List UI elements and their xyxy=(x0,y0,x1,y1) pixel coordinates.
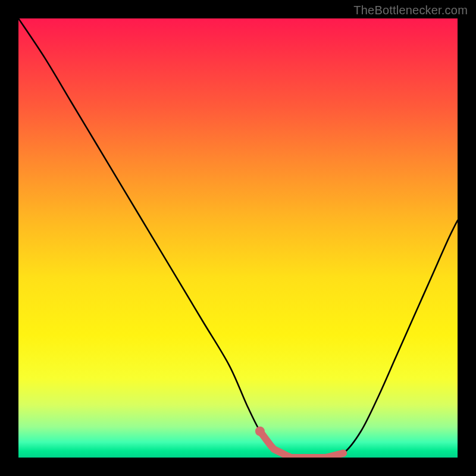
bottleneck-curve xyxy=(18,18,458,458)
flat-segment-highlight xyxy=(260,431,343,458)
chart-svg xyxy=(18,18,458,458)
curve-marker-dot xyxy=(255,427,265,436)
plot-area xyxy=(18,18,458,458)
watermark-text: TheBottlenecker.com xyxy=(353,4,468,17)
